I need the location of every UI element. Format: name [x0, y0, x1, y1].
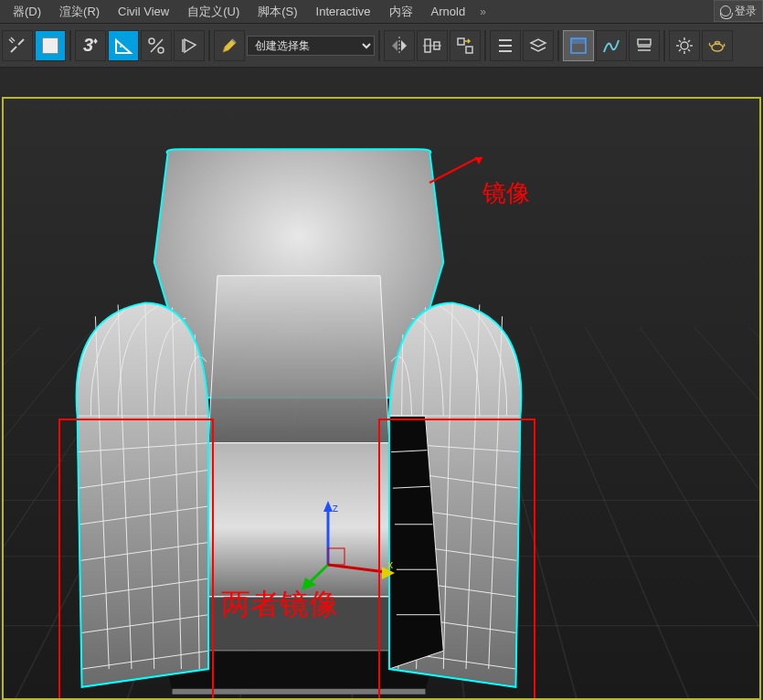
menu-item-tools[interactable]: 器(D)	[4, 0, 50, 24]
menu-item-customize[interactable]: 自定义(U)	[178, 0, 249, 24]
toolbar-separator	[378, 30, 380, 61]
menu-label: Arnold	[431, 5, 466, 18]
user-icon	[720, 5, 731, 16]
menu-label: Civil View	[118, 5, 169, 18]
select-window-icon	[42, 37, 58, 54]
menu-label: 脚本(S)	[258, 5, 297, 18]
svg-line-25	[429, 157, 479, 183]
menu-item-rendering[interactable]: 渲染(R)	[50, 0, 109, 24]
toggle-ribbon-button[interactable]	[563, 30, 594, 61]
menu-item-script[interactable]: 脚本(S)	[249, 0, 306, 24]
unlink-icon	[7, 36, 27, 56]
svg-marker-26	[474, 157, 484, 164]
svg-rect-14	[571, 38, 586, 44]
curve-icon	[601, 36, 621, 56]
teapot-icon	[707, 36, 727, 56]
toolbar-separator	[208, 30, 210, 61]
svg-rect-9	[466, 47, 472, 53]
named-selection-dropdown[interactable]: 创建选择集	[247, 36, 375, 56]
annotation-label-both-mirror: 两者镜像	[221, 585, 338, 625]
svg-rect-15	[638, 39, 651, 45]
align-icon	[422, 36, 442, 56]
toolbar-separator	[663, 30, 665, 61]
align-button[interactable]	[417, 30, 448, 61]
main-toolbar: 3♦ 创建选择集	[0, 24, 763, 68]
mirror-icon	[388, 35, 410, 57]
menu-label: Interactive	[316, 5, 371, 18]
toolbar-separator	[484, 30, 486, 61]
menu-label: 渲染(R)	[59, 5, 100, 18]
menu-label: 内容	[389, 5, 413, 18]
mirror-button[interactable]	[384, 30, 415, 61]
menu-item-civilview[interactable]: Civil View	[109, 1, 178, 22]
angle-snap-icon	[112, 35, 134, 57]
menu-item-content[interactable]: 内容	[380, 0, 422, 24]
percent-snap-button[interactable]	[141, 30, 172, 61]
annotation-arrow	[424, 157, 488, 185]
menubar: 器(D) 渲染(R) Civil View 自定义(U) 脚本(S) Inter…	[0, 0, 763, 24]
menu-item-interactive[interactable]: Interactive	[307, 1, 380, 22]
edit-named-selections-button[interactable]	[214, 30, 245, 61]
unlink-button[interactable]	[2, 30, 33, 61]
login-button[interactable]: 登录	[714, 0, 763, 22]
toolbar-separator	[69, 30, 71, 61]
3d-snap-button[interactable]: 3♦	[75, 30, 106, 61]
login-label: 登录	[735, 4, 757, 19]
menu-label: 自定义(U)	[187, 5, 239, 18]
svg-rect-8	[458, 38, 464, 45]
layer-toggle-button[interactable]	[523, 30, 554, 61]
render-setup-button[interactable]	[669, 30, 700, 61]
quick-align-icon	[455, 36, 475, 56]
quick-align-button[interactable]	[450, 30, 481, 61]
layer-explorer-button[interactable]	[490, 30, 521, 61]
edit-pencil-icon	[219, 36, 239, 56]
gear-icon	[674, 36, 694, 56]
3d-snap-icon: 3♦	[83, 35, 98, 56]
schematic-icon	[634, 36, 654, 56]
svg-point-18	[681, 42, 688, 49]
svg-point-2	[158, 48, 164, 53]
ribbon-icon	[568, 36, 588, 56]
svg-line-3	[151, 39, 163, 52]
svg-point-1	[149, 38, 154, 44]
angle-snap-button[interactable]	[108, 30, 139, 61]
menu-label: 器(D)	[13, 5, 41, 18]
select-window-button[interactable]	[35, 30, 66, 61]
viewport-scene[interactable]: z x 镜像 两者镜像	[4, 99, 759, 698]
spinner-snap-icon	[179, 36, 199, 56]
layers-stack-icon	[528, 36, 548, 56]
viewport[interactable]: z x 镜像 两者镜像	[0, 68, 763, 700]
menu-item-arnold[interactable]: Arnold	[422, 1, 475, 22]
spinner-snap-button[interactable]	[174, 30, 205, 61]
schematic-view-button[interactable]	[629, 30, 660, 61]
toolbar-separator	[557, 30, 559, 61]
svg-point-0	[120, 46, 122, 48]
layers-list-icon	[495, 36, 515, 56]
svg-point-20	[715, 41, 720, 44]
curve-editor-button[interactable]	[596, 30, 627, 61]
render-frame-button[interactable]	[702, 30, 733, 61]
annotation-label-mirror: 镜像	[482, 177, 530, 209]
percent-snap-icon	[146, 36, 166, 56]
menu-overflow-icon[interactable]: »	[480, 5, 486, 18]
